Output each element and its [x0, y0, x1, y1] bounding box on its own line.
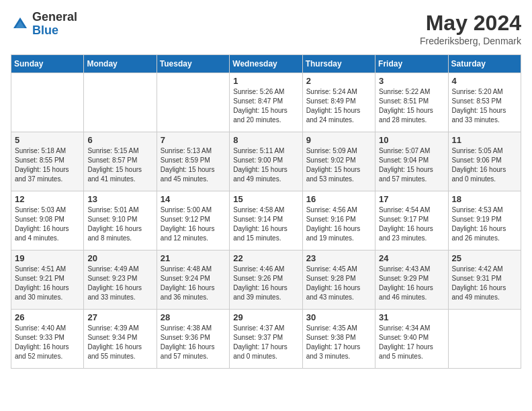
day-number: 17 [379, 194, 444, 204]
day-info: Sunrise: 5:13 AM Sunset: 8:59 PM Dayligh… [161, 146, 226, 184]
calendar-week-row: 26Sunrise: 4:40 AM Sunset: 9:33 PM Dayli… [11, 310, 521, 369]
day-info: Sunrise: 5:18 AM Sunset: 8:55 PM Dayligh… [15, 146, 80, 184]
calendar-cell: 20Sunrise: 4:49 AM Sunset: 9:23 PM Dayli… [84, 250, 157, 310]
day-number: 25 [452, 253, 517, 263]
day-info: Sunrise: 4:54 AM Sunset: 9:17 PM Dayligh… [379, 205, 444, 243]
calendar-cell: 14Sunrise: 5:00 AM Sunset: 9:12 PM Dayli… [157, 191, 229, 250]
weekday-header: Friday [375, 55, 448, 73]
calendar-cell: 9Sunrise: 5:09 AM Sunset: 9:02 PM Daylig… [302, 132, 375, 191]
calendar-cell [448, 310, 521, 369]
logo-text: General Blue [32, 11, 77, 38]
day-number: 23 [306, 253, 371, 263]
day-number: 3 [379, 76, 444, 86]
calendar-cell [157, 73, 229, 132]
day-info: Sunrise: 5:22 AM Sunset: 8:51 PM Dayligh… [379, 87, 444, 125]
calendar-cell: 1Sunrise: 5:26 AM Sunset: 8:47 PM Daylig… [230, 73, 302, 132]
day-number: 5 [15, 135, 80, 145]
day-info: Sunrise: 4:46 AM Sunset: 9:26 PM Dayligh… [233, 265, 298, 302]
day-number: 18 [452, 194, 517, 204]
day-info: Sunrise: 4:35 AM Sunset: 9:38 PM Dayligh… [306, 324, 371, 361]
day-info: Sunrise: 4:34 AM Sunset: 9:40 PM Dayligh… [379, 324, 444, 361]
day-info: Sunrise: 4:39 AM Sunset: 9:34 PM Dayligh… [87, 324, 152, 361]
day-number: 24 [379, 253, 444, 263]
day-number: 28 [161, 312, 226, 322]
calendar-table: SundayMondayTuesdayWednesdayThursdayFrid… [11, 54, 521, 369]
day-number: 12 [15, 194, 80, 204]
day-info: Sunrise: 5:11 AM Sunset: 9:00 PM Dayligh… [233, 146, 298, 184]
day-info: Sunrise: 4:53 AM Sunset: 9:19 PM Dayligh… [452, 205, 517, 243]
weekday-header: Wednesday [230, 55, 302, 73]
day-number: 9 [306, 135, 371, 145]
logo: General Blue [11, 11, 77, 38]
day-info: Sunrise: 4:43 AM Sunset: 9:29 PM Dayligh… [379, 265, 444, 302]
day-info: Sunrise: 5:05 AM Sunset: 9:06 PM Dayligh… [452, 146, 517, 184]
day-info: Sunrise: 4:51 AM Sunset: 9:21 PM Dayligh… [15, 265, 80, 302]
calendar-cell: 12Sunrise: 5:03 AM Sunset: 9:08 PM Dayli… [11, 191, 84, 250]
calendar-cell: 2Sunrise: 5:24 AM Sunset: 8:49 PM Daylig… [302, 73, 375, 132]
logo-blue: Blue [32, 24, 58, 37]
day-number: 27 [87, 312, 152, 322]
location: Frederiksberg, Denmark [420, 36, 521, 46]
day-info: Sunrise: 4:37 AM Sunset: 9:37 PM Dayligh… [233, 324, 298, 361]
calendar-week-row: 1Sunrise: 5:26 AM Sunset: 8:47 PM Daylig… [11, 73, 521, 132]
logo-general: General [32, 10, 77, 24]
day-number: 6 [87, 135, 152, 145]
day-info: Sunrise: 5:09 AM Sunset: 9:02 PM Dayligh… [306, 146, 371, 184]
day-info: Sunrise: 5:01 AM Sunset: 9:10 PM Dayligh… [87, 205, 152, 243]
calendar-week-row: 19Sunrise: 4:51 AM Sunset: 9:21 PM Dayli… [11, 250, 521, 310]
calendar-cell: 29Sunrise: 4:37 AM Sunset: 9:37 PM Dayli… [230, 310, 302, 369]
calendar-cell: 4Sunrise: 5:20 AM Sunset: 8:53 PM Daylig… [448, 73, 521, 132]
day-number: 21 [161, 253, 226, 263]
day-number: 8 [233, 135, 298, 145]
calendar-cell: 3Sunrise: 5:22 AM Sunset: 8:51 PM Daylig… [375, 73, 448, 132]
weekday-header-row: SundayMondayTuesdayWednesdayThursdayFrid… [11, 55, 521, 73]
calendar-cell: 6Sunrise: 5:15 AM Sunset: 8:57 PM Daylig… [84, 132, 157, 191]
calendar-cell: 5Sunrise: 5:18 AM Sunset: 8:55 PM Daylig… [11, 132, 84, 191]
day-number: 7 [161, 135, 226, 145]
day-info: Sunrise: 5:15 AM Sunset: 8:57 PM Dayligh… [87, 146, 152, 184]
calendar-cell: 27Sunrise: 4:39 AM Sunset: 9:34 PM Dayli… [84, 310, 157, 369]
calendar-cell: 16Sunrise: 4:56 AM Sunset: 9:16 PM Dayli… [302, 191, 375, 250]
calendar-cell: 15Sunrise: 4:58 AM Sunset: 9:14 PM Dayli… [230, 191, 302, 250]
calendar-cell: 18Sunrise: 4:53 AM Sunset: 9:19 PM Dayli… [448, 191, 521, 250]
day-number: 14 [161, 194, 226, 204]
calendar-cell: 24Sunrise: 4:43 AM Sunset: 9:29 PM Dayli… [375, 250, 448, 310]
calendar-cell: 10Sunrise: 5:07 AM Sunset: 9:04 PM Dayli… [375, 132, 448, 191]
day-info: Sunrise: 5:07 AM Sunset: 9:04 PM Dayligh… [379, 146, 444, 184]
day-info: Sunrise: 4:58 AM Sunset: 9:14 PM Dayligh… [233, 205, 298, 243]
calendar-cell: 31Sunrise: 4:34 AM Sunset: 9:40 PM Dayli… [375, 310, 448, 369]
day-info: Sunrise: 5:00 AM Sunset: 9:12 PM Dayligh… [161, 205, 226, 243]
month-title: May 2024 [420, 11, 521, 36]
calendar-week-row: 5Sunrise: 5:18 AM Sunset: 8:55 PM Daylig… [11, 132, 521, 191]
calendar-week-row: 12Sunrise: 5:03 AM Sunset: 9:08 PM Dayli… [11, 191, 521, 250]
day-info: Sunrise: 4:38 AM Sunset: 9:36 PM Dayligh… [161, 324, 226, 361]
calendar-cell: 11Sunrise: 5:05 AM Sunset: 9:06 PM Dayli… [448, 132, 521, 191]
day-info: Sunrise: 4:45 AM Sunset: 9:28 PM Dayligh… [306, 265, 371, 302]
calendar-cell: 30Sunrise: 4:35 AM Sunset: 9:38 PM Dayli… [302, 310, 375, 369]
day-info: Sunrise: 4:42 AM Sunset: 9:31 PM Dayligh… [452, 265, 517, 302]
day-info: Sunrise: 5:20 AM Sunset: 8:53 PM Dayligh… [452, 87, 517, 125]
weekday-header: Thursday [302, 55, 375, 73]
day-info: Sunrise: 4:48 AM Sunset: 9:24 PM Dayligh… [161, 265, 226, 302]
day-number: 19 [15, 253, 80, 263]
day-number: 15 [233, 194, 298, 204]
day-number: 31 [379, 312, 444, 322]
calendar-cell: 8Sunrise: 5:11 AM Sunset: 9:00 PM Daylig… [230, 132, 302, 191]
day-number: 29 [233, 312, 298, 322]
calendar-cell: 17Sunrise: 4:54 AM Sunset: 9:17 PM Dayli… [375, 191, 448, 250]
day-info: Sunrise: 5:24 AM Sunset: 8:49 PM Dayligh… [306, 87, 371, 125]
day-number: 13 [87, 194, 152, 204]
calendar-cell: 22Sunrise: 4:46 AM Sunset: 9:26 PM Dayli… [230, 250, 302, 310]
calendar-cell: 25Sunrise: 4:42 AM Sunset: 9:31 PM Dayli… [448, 250, 521, 310]
calendar-cell: 19Sunrise: 4:51 AM Sunset: 9:21 PM Dayli… [11, 250, 84, 310]
logo-icon [11, 15, 30, 34]
calendar-cell [11, 73, 84, 132]
day-info: Sunrise: 4:40 AM Sunset: 9:33 PM Dayligh… [15, 324, 80, 361]
calendar-cell: 21Sunrise: 4:48 AM Sunset: 9:24 PM Dayli… [157, 250, 229, 310]
calendar-cell [84, 73, 157, 132]
calendar-cell: 28Sunrise: 4:38 AM Sunset: 9:36 PM Dayli… [157, 310, 229, 369]
calendar-cell: 26Sunrise: 4:40 AM Sunset: 9:33 PM Dayli… [11, 310, 84, 369]
day-number: 4 [452, 76, 517, 86]
day-number: 30 [306, 312, 371, 322]
day-info: Sunrise: 5:26 AM Sunset: 8:47 PM Dayligh… [233, 87, 298, 125]
